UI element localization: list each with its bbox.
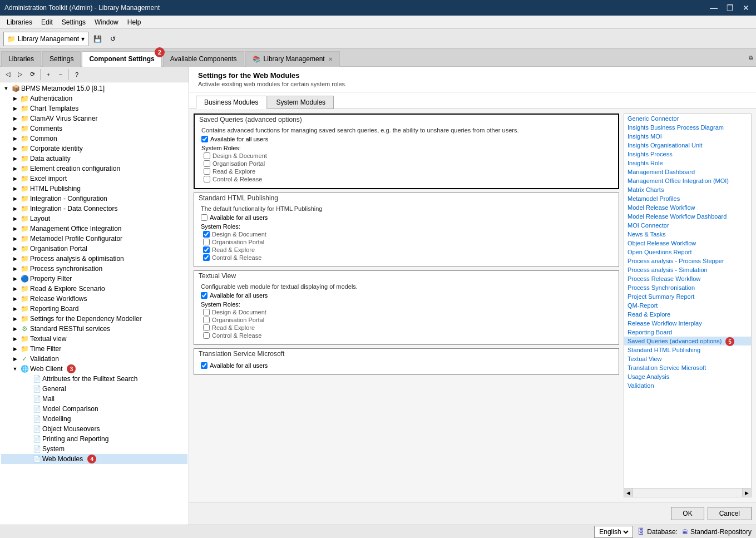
tree-property-filter[interactable]: ▶ 🔵 Property Filter	[1, 274, 187, 284]
sidebar-item-process-sim[interactable]: Process analysis - Simulation	[624, 265, 751, 274]
tree-expand-int-config[interactable]: ▶	[11, 195, 19, 203]
tree-expand-layout[interactable]: ▶	[11, 215, 19, 223]
tree-process-sync[interactable]: ▶ 📁 Process synchronisation	[1, 264, 187, 274]
restore-button[interactable]: ❐	[724, 3, 736, 12]
tree-reporting[interactable]: ▶ 📁 Reporting Board	[1, 304, 187, 314]
tree-expand-data[interactable]: ▶	[11, 155, 19, 162]
tree-expand-int-data[interactable]: ▶	[11, 205, 19, 213]
tv-role-org-checkbox[interactable]	[203, 317, 210, 323]
tree-mail[interactable]: 📄 Mail	[1, 394, 187, 404]
tree-model-comparison[interactable]: 📄 Model Comparison	[1, 404, 187, 414]
tab-close-icon[interactable]: ✕	[328, 56, 333, 62]
sq-role-org-checkbox[interactable]	[204, 160, 210, 167]
tree-system[interactable]: 📄 System	[1, 444, 187, 454]
sidebar-item-moi-connector[interactable]: MOI Connector	[624, 221, 751, 230]
tree-read-explore[interactable]: ▶ 📁 Read & Explore Scenario	[1, 284, 187, 294]
sidebar-item-moi[interactable]: Management Office Integration (MOI)	[624, 176, 751, 185]
tree-expand-textual[interactable]: ▶	[11, 335, 19, 343]
tree-web-client[interactable]: ▼ 🌐 Web Client 3	[1, 364, 187, 374]
sidebar-item-project-summary[interactable]: Project Summary Report	[624, 292, 751, 301]
sidebar-item-object-release[interactable]: Object Release Workflow	[624, 239, 751, 248]
ok-button[interactable]: OK	[671, 507, 704, 520]
sidebar-item-release-interplay[interactable]: Release Workflow Interplay	[624, 319, 751, 328]
sidebar-scroll-right[interactable]: ▶	[742, 488, 751, 497]
tree-expand-dep[interactable]: ▶	[11, 315, 19, 323]
sidebar-item-model-release[interactable]: Model Release Workflow	[624, 203, 751, 212]
tree-expand-clamav[interactable]: ▶	[11, 115, 19, 122]
tree-expand-auth[interactable]: ▶	[11, 95, 19, 102]
tree-expand-proc-analysis[interactable]: ▶	[11, 255, 19, 263]
tree-element-creation[interactable]: ▶ 📁 Element creation configuration	[1, 164, 187, 174]
sq-role-control-checkbox[interactable]	[204, 176, 210, 182]
sidebar-item-insights-role[interactable]: Insights Role	[624, 159, 751, 167]
sidebar-item-news-tasks[interactable]: News & Tasks	[624, 230, 751, 239]
sidebar-item-process-sync[interactable]: Process Synchronisation	[624, 283, 751, 292]
sidebar-item-insights-moi[interactable]: Insights MOI	[624, 132, 751, 141]
library-select[interactable]: 📁 Library Management ▾	[3, 32, 88, 46]
tv-role-design-checkbox[interactable]	[203, 309, 210, 315]
tree-integration-config[interactable]: ▶ 📁 Integration - Configuration	[1, 194, 187, 204]
sidebar-item-usage-analysis[interactable]: Usage Analysis	[624, 372, 751, 381]
tree-expand-element[interactable]: ▶	[11, 165, 19, 172]
language-dropdown[interactable]: English	[594, 526, 633, 538]
tv-role-control-checkbox[interactable]	[203, 332, 210, 339]
tree-fulltext[interactable]: 📄 Attributes for the Fulltext Search	[1, 374, 187, 384]
tree-release-workflows[interactable]: ▶ 📁 Release Workflows	[1, 294, 187, 304]
tree-org-portal[interactable]: ▶ 📁 Organisation Portal	[1, 244, 187, 254]
tree-excel[interactable]: ▶ 📁 Excel import	[1, 174, 187, 184]
tree-clamav[interactable]: ▶ 📁 ClamAV Virus Scanner	[1, 113, 187, 124]
tree-refresh[interactable]: ⟳	[27, 69, 38, 80]
tree-web-modules[interactable]: 📄 Web Modules 4	[1, 454, 187, 464]
sidebar-item-reporting-board[interactable]: Reporting Board	[624, 328, 751, 337]
tree-expand-release[interactable]: ▶	[11, 295, 19, 303]
sidebar-item-translation[interactable]: Translation Service Microsoft	[624, 363, 751, 372]
tab-settings[interactable]: Settings	[42, 51, 81, 67]
tree-expand-excel[interactable]: ▶	[11, 175, 19, 182]
tree-expand-validation[interactable]: ▶	[11, 355, 19, 363]
sidebar-item-matrix-charts[interactable]: Matrix Charts	[624, 185, 751, 194]
tab-business-modules[interactable]: Business Modules	[196, 96, 266, 109]
tree-expand-read[interactable]: ▶	[11, 285, 19, 293]
tree-expand-web[interactable]: ▼	[11, 365, 19, 373]
cancel-button[interactable]: Cancel	[708, 507, 752, 520]
menu-edit[interactable]: Edit	[37, 17, 57, 27]
tree-restful[interactable]: ▶ ⚙ Standard RESTful services	[1, 324, 187, 334]
html-role-design-checkbox[interactable]	[203, 231, 210, 238]
tree-data-actuality[interactable]: ▶ 📁 Data actuality	[1, 154, 187, 164]
tree-time-filter[interactable]: ▶ 📁 Time Filter	[1, 344, 187, 354]
close-button[interactable]: ✕	[740, 3, 752, 12]
tree-layout[interactable]: ▶ 📁 Layout	[1, 214, 187, 224]
tree-textual[interactable]: ▶ 📁 Textual view	[1, 334, 187, 344]
tree-expand-common[interactable]: ▶	[11, 135, 19, 142]
sidebar-item-textual-view[interactable]: Textual View	[624, 354, 751, 363]
menu-window[interactable]: Window	[90, 17, 123, 27]
sidebar-item-insights-process[interactable]: Insights Process	[624, 150, 751, 159]
menu-settings[interactable]: Settings	[57, 17, 90, 27]
undo-button[interactable]: ↺	[106, 32, 120, 46]
modules-sidebar-list[interactable]: Generic Connector Insights Business Proc…	[624, 114, 751, 488]
html-role-control-checkbox[interactable]	[203, 254, 210, 261]
tv-role-read-checkbox[interactable]	[203, 324, 210, 331]
sidebar-item-read-explore[interactable]: Read & Explore	[624, 310, 751, 319]
sidebar-item-mgmt-dashboard[interactable]: Management Dashboard	[624, 167, 751, 176]
tab-system-modules[interactable]: System Modules	[268, 96, 334, 109]
html-role-read-checkbox[interactable]	[203, 246, 210, 253]
tree-comments[interactable]: ▶ 📁 Comments	[1, 124, 187, 134]
tree-expand-meta[interactable]: ▶	[11, 235, 19, 243]
sidebar-item-insights-bpd[interactable]: Insights Business Process Diagram	[624, 123, 751, 132]
tree-nav-back[interactable]: ◁	[2, 69, 13, 80]
sidebar-item-open-questions[interactable]: Open Questions Report	[624, 248, 751, 256]
sidebar-item-metamodel-profiles[interactable]: Metamodel Profiles	[624, 194, 751, 203]
tree-object-mouseovers[interactable]: 📄 Object Mouseovers	[1, 424, 187, 434]
sidebar-item-standard-html[interactable]: Standard HTML Publishing	[624, 345, 751, 354]
menu-libraries[interactable]: Libraries	[2, 17, 37, 27]
tree-process-analysis[interactable]: ▶ 📁 Process analysis & optimisation	[1, 254, 187, 264]
html-available-checkbox[interactable]	[201, 214, 207, 221]
sidebar-item-process-stepper[interactable]: Process analysis - Process Stepper	[624, 256, 751, 265]
menu-help[interactable]: Help	[123, 17, 146, 27]
tree-expand-chart[interactable]: ▶	[11, 105, 19, 112]
tree-chart-templates[interactable]: ▶ 📁 Chart Templates	[1, 103, 187, 113]
tree-nav-forward[interactable]: ▷	[14, 69, 26, 80]
textual-available-checkbox[interactable]	[201, 292, 207, 299]
tab-library-management[interactable]: 📚 Library Management ✕	[245, 51, 340, 67]
